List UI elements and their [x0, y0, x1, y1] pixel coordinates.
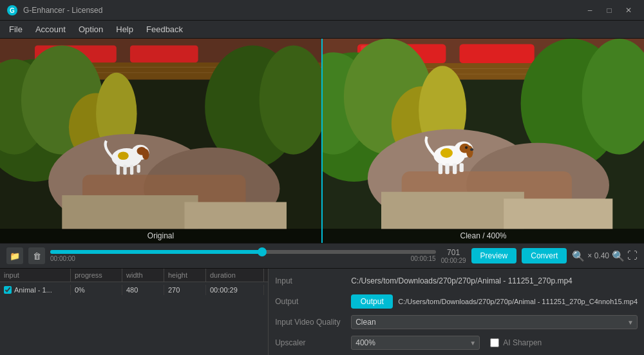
- col-header-width: width: [122, 269, 164, 282]
- window-controls: – □ ✕: [581, 4, 638, 17]
- timeline-thumb[interactable]: [258, 247, 267, 256]
- zoom-controls: 🔍 × 0.40 🔍 ⛶: [572, 250, 638, 262]
- bottom-panel: input progress width height duration Ani…: [0, 268, 644, 355]
- output-row: Output Output C:/Users/tom/Downloads/270…: [275, 293, 638, 310]
- ai-sharpen-label: AI Sharpen: [503, 338, 542, 347]
- input-path: C:/Users/tom/Downloads/270p/270p/Animal …: [351, 276, 638, 285]
- time-start: 00:00:00: [50, 255, 75, 262]
- original-video-panel: Original: [0, 39, 323, 243]
- cell-duration: 00:00:29: [206, 285, 264, 295]
- file-list-row: Animal - 1... 0% 480 270 00:00:29: [0, 282, 268, 298]
- controls-bar: 📁 🗑 00:00:00 00:00:15 701 00:00:29 Previ…: [0, 243, 644, 268]
- zoom-out-button[interactable]: 🔍: [572, 250, 585, 262]
- cell-height: 270: [164, 285, 206, 295]
- svg-point-25: [142, 149, 149, 160]
- time-end: 00:00:15: [411, 255, 436, 262]
- cell-progress: 0%: [71, 285, 122, 295]
- frame-counter: 701 00:00:29: [441, 248, 466, 264]
- svg-text:G: G: [10, 7, 15, 14]
- convert-button[interactable]: Convert: [522, 248, 567, 264]
- svg-rect-58: [445, 163, 449, 174]
- input-label: Input: [275, 276, 346, 285]
- col-header-height: height: [164, 269, 206, 282]
- svg-rect-27: [123, 164, 126, 175]
- cell-width: 480: [122, 285, 164, 295]
- main-content: Original: [0, 39, 644, 355]
- folder-button[interactable]: 📁: [6, 247, 23, 264]
- svg-rect-60: [460, 163, 464, 172]
- col-header-duration: duration: [206, 269, 264, 282]
- svg-rect-48: [381, 192, 524, 229]
- enhanced-label: Clean / 400%: [323, 229, 644, 243]
- input-quality-select-wrapper: Clean ▼: [351, 315, 638, 329]
- menu-feedback[interactable]: Feedback: [141, 23, 188, 36]
- zoom-in-button[interactable]: 🔍: [612, 250, 625, 262]
- svg-rect-28: [130, 164, 133, 175]
- file-list-header: input progress width height duration: [0, 269, 268, 282]
- app-title: G-Enhancer - Licensed: [23, 6, 581, 15]
- svg-point-24: [118, 151, 129, 160]
- svg-rect-26: [117, 164, 120, 175]
- svg-rect-57: [439, 163, 442, 174]
- original-label: Original: [0, 229, 321, 243]
- menu-option[interactable]: Option: [73, 23, 108, 36]
- svg-rect-29: [137, 164, 140, 173]
- menu-help[interactable]: Help: [111, 23, 138, 36]
- preview-button[interactable]: Preview: [471, 248, 517, 264]
- svg-rect-19: [62, 195, 198, 229]
- right-controls: 701 00:00:29 Preview Convert 🔍 × 0.40 🔍 …: [441, 248, 638, 264]
- timeline-fill: [50, 250, 262, 254]
- timeline-track[interactable]: [50, 250, 436, 254]
- minimize-button[interactable]: –: [581, 4, 599, 17]
- output-path: C:/Users/tom/Downloads/270p/270p/Animal …: [398, 298, 638, 305]
- upscaler-row: Upscaler 400% ▼ AI Sharpen: [275, 334, 638, 351]
- settings-panel: Input C:/Users/tom/Downloads/270p/270p/A…: [269, 269, 644, 355]
- svg-rect-20: [184, 202, 287, 229]
- timeline-times: 00:00:00 00:00:15: [50, 255, 436, 262]
- svg-point-55: [465, 146, 468, 149]
- trash-button[interactable]: 🗑: [28, 247, 45, 264]
- menu-file[interactable]: File: [4, 23, 28, 36]
- app-logo-icon: G: [6, 5, 18, 16]
- maximize-button[interactable]: □: [600, 4, 618, 17]
- frame-time: 00:00:29: [441, 257, 466, 264]
- input-quality-select[interactable]: Clean: [351, 315, 638, 329]
- svg-point-56: [470, 148, 473, 151]
- file-checkbox[interactable]: [4, 286, 12, 294]
- menu-bar: File Account Option Help Feedback: [0, 21, 644, 39]
- svg-point-53: [440, 148, 453, 158]
- svg-rect-5: [130, 46, 198, 62]
- svg-rect-59: [453, 163, 457, 174]
- video-panels: Original: [0, 39, 644, 243]
- upscaler-select-wrapper: 400% ▼: [351, 336, 480, 350]
- upscaler-select[interactable]: 400%: [351, 336, 480, 350]
- cell-input: Animal - 1...: [0, 285, 71, 295]
- file-list: input progress width height duration Ani…: [0, 269, 269, 355]
- enhanced-video-frame: Clean / 400%: [323, 39, 644, 243]
- ai-sharpen-wrapper: AI Sharpen: [490, 338, 542, 347]
- input-quality-row: Input Video Quality Clean ▼: [275, 314, 638, 331]
- col-header-input: input: [0, 269, 71, 282]
- zoom-level: × 0.40: [587, 251, 609, 260]
- svg-rect-33: [460, 44, 535, 63]
- input-row: Input C:/Users/tom/Downloads/270p/270p/A…: [275, 273, 638, 289]
- fullscreen-button[interactable]: ⛶: [627, 250, 638, 262]
- title-bar: G G-Enhancer - Licensed – □ ✕: [0, 0, 644, 21]
- original-video-frame: Original: [0, 39, 321, 243]
- input-quality-label: Input Video Quality: [275, 318, 346, 327]
- enhanced-video-panel: Clean / 400%: [323, 39, 644, 243]
- output-button[interactable]: Output: [351, 294, 393, 309]
- menu-account[interactable]: Account: [30, 23, 71, 36]
- frame-number: 701: [447, 248, 460, 257]
- svg-rect-49: [504, 198, 612, 229]
- file-name: Animal - 1...: [14, 286, 52, 294]
- output-label-text: Output: [275, 297, 346, 306]
- ai-sharpen-checkbox[interactable]: [490, 338, 499, 347]
- col-header-progress: progress: [71, 269, 122, 282]
- close-button[interactable]: ✕: [620, 4, 638, 17]
- upscaler-label: Upscaler: [275, 338, 346, 347]
- timeline-wrapper: 00:00:00 00:00:15: [50, 250, 436, 262]
